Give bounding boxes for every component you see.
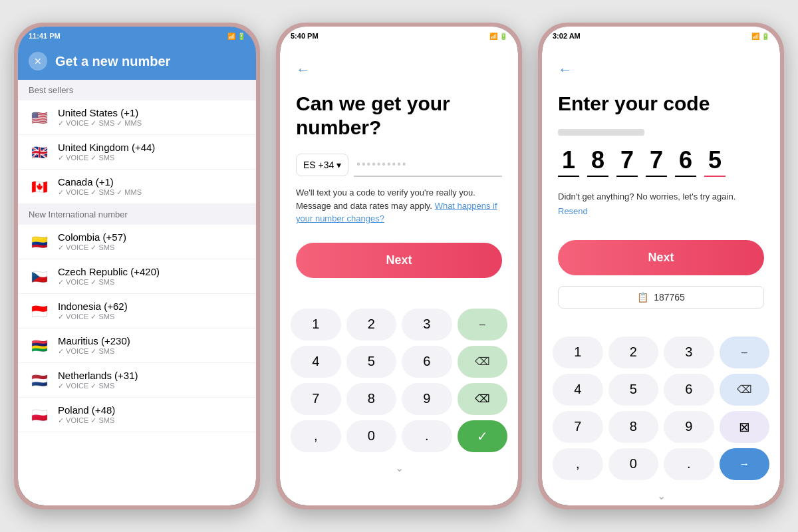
key3-1[interactable]: 1 — [553, 336, 603, 368]
digit-2: 8 — [587, 146, 608, 177]
list-item[interactable]: 🇮🇩 Indonesia (+62) ✓ VOICE ✓ SMS — [18, 294, 256, 329]
keypad-row: 1 2 3 – — [291, 309, 507, 340]
back-button[interactable]: ← — [296, 59, 311, 81]
clipboard-suggestion[interactable]: 📋 187765 — [558, 286, 764, 309]
list-item[interactable]: 🇨🇴 Colombia (+57) ✓ VOICE ✓ SMS — [18, 225, 256, 259]
status-time-2: 5:40 PM — [291, 32, 319, 40]
flag-ca: 🇨🇦 — [29, 180, 50, 194]
chevron-down-icon[interactable]: ⌄ — [291, 458, 507, 478]
key-4[interactable]: 4 — [291, 346, 341, 378]
list-item[interactable]: 🇲🇺 Mauritius (+230) ✓ VOICE ✓ SMS — [18, 329, 256, 363]
international-header: New International number — [18, 204, 256, 225]
key-8[interactable]: 8 — [346, 383, 397, 415]
clipboard-value: 187765 — [654, 292, 685, 303]
country-features: ✓ VOICE ✓ SMS — [58, 382, 245, 390]
digit-3: 7 — [616, 146, 638, 177]
screen1-title: Get a new number — [55, 54, 170, 69]
code-masked — [558, 129, 644, 136]
key-comma[interactable]: , — [291, 420, 341, 452]
list-item[interactable]: 🇺🇸 United States (+1) ✓ VOICE ✓ SMS ✓ MM… — [18, 100, 256, 135]
description-text: We'll text you a code to verify you're r… — [296, 186, 502, 225]
key3-0[interactable]: 0 — [608, 448, 659, 480]
country-name: Poland (+48) — [58, 404, 245, 416]
key-1[interactable]: 1 — [291, 309, 341, 340]
key3-delete[interactable]: ⊠ — [720, 411, 770, 443]
key-2[interactable]: 2 — [346, 309, 397, 340]
phone-input-row: ES +34 ▾ — [296, 153, 502, 177]
status-time-3: 3:02 AM — [553, 32, 581, 40]
country-features: ✓ VOICE ✓ SMS — [58, 416, 245, 425]
flag-id: 🇮🇩 — [29, 304, 50, 319]
key3-6[interactable]: 6 — [664, 374, 714, 406]
list-item[interactable]: 🇨🇿 Czech Republic (+420) ✓ VOICE ✓ SMS — [18, 259, 256, 294]
next-button[interactable]: Next — [296, 243, 502, 278]
next-button-3[interactable]: Next — [558, 240, 764, 275]
list-item[interactable]: 🇬🇧 United Kingdom (+44) ✓ VOICE ✓ SMS — [18, 135, 256, 170]
key-5[interactable]: 5 — [346, 346, 397, 378]
key-3[interactable]: 3 — [402, 309, 452, 340]
key-9[interactable]: 9 — [402, 383, 452, 415]
clipboard-icon: 📋 — [637, 292, 648, 303]
status-bar-2: 5:40 PM 📶🔋 — [280, 27, 518, 45]
country-name: Netherlands (+31) — [58, 370, 245, 381]
country-features: ✓ VOICE ✓ SMS — [58, 313, 245, 321]
country-features: ✓ VOICE ✓ SMS ✓ MMS — [58, 188, 245, 197]
code-digits: 1 8 7 7 6 5 — [558, 146, 764, 177]
country-name: Canada (+1) — [58, 176, 245, 188]
keypad-row: 4 5 6 ⌫ — [291, 346, 507, 378]
key-dash[interactable]: – — [458, 309, 508, 340]
flag-pl: 🇵🇱 — [29, 408, 50, 422]
key3-3[interactable]: 3 — [664, 336, 714, 368]
key3-4[interactable]: 4 — [553, 374, 603, 406]
keypad-row: , 0 . → — [553, 448, 769, 480]
key3-backspace[interactable]: ⌫ — [720, 374, 770, 406]
digit-1: 1 — [558, 146, 579, 177]
resend-link[interactable]: Resend — [558, 206, 764, 216]
status-bar-3: 3:02 AM 📶🔋 — [542, 27, 780, 45]
flag-cz: 🇨🇿 — [29, 269, 50, 284]
list-item[interactable]: 🇵🇱 Poland (+48) ✓ VOICE ✓ SMS — [18, 398, 256, 432]
key3-dash[interactable]: – — [720, 336, 770, 368]
country-code-value: ES +34 — [303, 160, 334, 170]
digit-5: 6 — [675, 146, 696, 177]
keypad-3: 1 2 3 – 4 5 6 ⌫ 7 8 9 ⊠ , — [542, 330, 780, 506]
screen2-title: Can we get your number? — [296, 92, 502, 140]
keypad-row: 1 2 3 – — [553, 336, 769, 368]
screen1-header: ✕ Get a new number — [18, 45, 256, 80]
country-name: United Kingdom (+44) — [58, 142, 245, 153]
key3-9[interactable]: 9 — [664, 411, 714, 443]
country-features: ✓ VOICE ✓ SMS — [58, 154, 245, 162]
status-time-1: 11:41 PM — [29, 32, 61, 40]
list-item[interactable]: 🇨🇦 Canada (+1) ✓ VOICE ✓ SMS ✓ MMS — [18, 170, 256, 204]
flag-us: 🇺🇸 — [29, 110, 50, 125]
digit-4: 7 — [646, 146, 667, 177]
country-code-select[interactable]: ES +34 ▾ — [296, 154, 348, 176]
country-name: Mauritius (+230) — [58, 335, 245, 346]
key-dot[interactable]: . — [402, 420, 452, 452]
country-features: ✓ VOICE ✓ SMS — [58, 243, 245, 252]
key3-7[interactable]: 7 — [553, 411, 603, 443]
key3-8[interactable]: 8 — [608, 411, 659, 443]
key-delete[interactable]: ⌫ — [458, 383, 508, 415]
key3-5[interactable]: 5 — [608, 374, 659, 406]
list-item[interactable]: 🇳🇱 Netherlands (+31) ✓ VOICE ✓ SMS — [18, 363, 256, 398]
phone-2: 5:40 PM 📶🔋 ← Can we get your number? ES … — [276, 23, 522, 509]
phone-number-input[interactable] — [354, 153, 502, 177]
status-icons-1: 📶🔋 — [227, 33, 245, 40]
key-0[interactable]: 0 — [346, 420, 397, 452]
keypad-row: , 0 . ✓ — [291, 420, 507, 452]
chevron-down-icon-3[interactable]: ⌄ — [553, 485, 769, 506]
back-button-3[interactable]: ← — [558, 59, 573, 81]
key3-comma[interactable]: , — [553, 448, 603, 480]
close-button[interactable]: ✕ — [29, 52, 47, 70]
key3-2[interactable]: 2 — [608, 336, 659, 368]
key-return[interactable]: ⌫ — [458, 346, 508, 378]
key3-dot[interactable]: . — [664, 448, 714, 480]
key-7[interactable]: 7 — [291, 383, 341, 415]
key3-arrow[interactable]: → — [720, 448, 770, 480]
key-6[interactable]: 6 — [402, 346, 452, 378]
flag-co: 🇨🇴 — [29, 235, 50, 249]
screen3-title: Enter your code — [558, 92, 764, 116]
key-confirm[interactable]: ✓ — [458, 420, 508, 452]
digit-6: 5 — [704, 146, 726, 177]
